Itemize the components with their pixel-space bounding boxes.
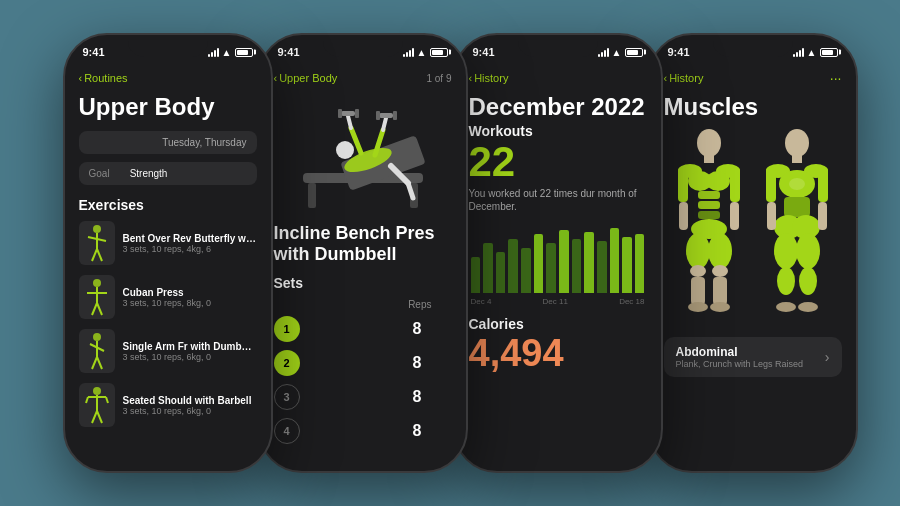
signal-bars-4 [793,47,804,57]
svg-line-36 [383,118,386,130]
chart-bar-9 [584,232,594,293]
status-time-4: 9:41 [668,46,690,58]
svg-line-4 [97,249,102,261]
exercises-section-title: Exercises [79,197,257,213]
back-button-4[interactable]: ‹ History [664,72,704,84]
set-reps-3: 8 [413,388,422,406]
abdominal-title: Abdominal [676,345,804,359]
svg-line-3 [92,249,97,261]
exercise-figure-4 [82,385,112,425]
chart-label-1: Dec 4 [471,297,492,306]
back-button-1[interactable]: ‹ Routines [79,72,128,84]
signal-bar [403,54,405,57]
nav-bar-2: ‹ Upper Body 1 of 9 [260,63,466,93]
set-circle-3[interactable]: 3 [274,384,300,410]
svg-line-14 [97,357,102,369]
wifi-icon-4: ▲ [807,47,817,58]
sets-header: Reps [274,299,452,310]
set-circle-2[interactable]: 2 [274,350,300,376]
nav-bar-1: ‹ Routines [65,63,271,93]
signal-bar [214,50,216,57]
set-row-1[interactable]: 1 8 [274,316,452,342]
svg-rect-77 [818,167,828,202]
signal-bar [406,52,408,57]
status-time-1: 9:41 [83,46,105,58]
exercise-name-1: Bent Over Rev Butterfly with D [123,233,257,244]
svg-rect-47 [698,201,720,209]
set-row-4[interactable]: 4 8 [274,418,452,444]
nav-counter: 1 of 9 [426,73,451,84]
svg-rect-61 [730,202,739,230]
goal-row: Goal Strength [79,162,257,185]
back-button-2[interactable]: ‹ Upper Body [274,72,338,84]
notch-3 [518,35,598,57]
svg-line-20 [92,411,97,423]
exercise-figure-3 [82,331,112,371]
exercise-item-1[interactable]: Bent Over Rev Butterfly with D 3 sets, 1… [79,221,257,265]
svg-line-19 [106,397,108,403]
phone-exercise-detail: 9:41 ▲ ‹ Upper Body 1 of 9 [258,33,468,473]
chart-label-2: Dec 11 [543,297,568,306]
exercise-name-4: Seated Should with Barbell [123,395,257,406]
calories-number: 4,494 [469,334,647,372]
status-icons-4: ▲ [793,47,838,58]
set-row-2[interactable]: 2 8 [274,350,452,376]
svg-rect-78 [767,202,776,230]
date-pill: Tuesday, Thursday [79,131,257,154]
exercise-item-4[interactable]: Seated Should with Barbell 3 sets, 10 re… [79,383,257,427]
svg-rect-39 [393,111,397,120]
exercise-image-area [260,93,466,223]
phone-upper-body: 9:41 ▲ ‹ Routines Upper Body Tuesday, Th… [63,33,273,473]
battery-2 [430,48,448,57]
svg-rect-37 [379,113,393,118]
chart-bar-6 [546,243,556,293]
signal-bar [208,54,210,57]
set-circle-4[interactable]: 4 [274,418,300,444]
svg-point-0 [93,225,101,233]
svg-point-50 [686,233,710,269]
set-circle-1[interactable]: 1 [274,316,300,342]
exercise-item-2[interactable]: Cuban Press 3 sets, 10 reps, 8kg, 0 [79,275,257,319]
set-row-3[interactable]: 3 8 [274,384,452,410]
svg-rect-55 [713,277,727,305]
exercise-item-3[interactable]: Single Arm Fr with Dumbbell 3 sets, 10 r… [79,329,257,373]
battery-fill [237,50,248,55]
svg-line-13 [92,357,97,369]
back-button-3[interactable]: ‹ History [469,72,509,84]
exercise-name-2: Cuban Press [123,287,257,298]
svg-rect-34 [355,109,359,118]
svg-line-9 [97,303,102,315]
workouts-number: 22 [469,141,647,183]
exercise-figure-1 [82,223,112,263]
chart-bar-7 [559,230,569,293]
svg-line-31 [348,116,351,128]
svg-rect-41 [704,155,714,163]
signal-bar [211,52,213,57]
svg-rect-59 [730,167,740,202]
svg-point-45 [706,171,730,191]
exercise-thumb-1 [79,221,115,265]
svg-point-56 [688,302,708,312]
battery-3 [625,48,643,57]
abdominal-info: Abdominal Plank, Crunch with Legs Raised [676,345,804,369]
svg-point-52 [690,265,706,277]
exercise-name-3: Single Arm Fr with Dumbbell [123,341,257,352]
exercise-detail-4: 3 sets, 10 reps, 6kg, 0 [123,406,257,416]
exercise-info-4: Seated Should with Barbell 3 sets, 10 re… [123,395,257,416]
sets-section-title: Sets [274,275,452,291]
notch-4 [713,35,793,57]
signal-bar [412,48,414,57]
svg-line-8 [92,303,97,315]
svg-rect-38 [376,111,380,120]
svg-rect-32 [341,111,355,116]
svg-rect-67 [784,197,810,217]
muscles-display [650,129,856,329]
abdominal-card[interactable]: Abdominal Plank, Crunch with Legs Raised… [664,337,842,377]
nav-dots-4[interactable]: ··· [830,70,842,86]
workouts-section: Workouts 22 You worked out 22 times dur … [455,123,661,306]
chart-bar-4 [521,248,531,293]
abdominal-sub: Plank, Crunch with Legs Raised [676,359,804,369]
svg-point-53 [712,265,728,277]
exercise-main-title: Incline Bench Pres with Dumbbell [260,223,466,265]
bar-chart [469,223,647,293]
